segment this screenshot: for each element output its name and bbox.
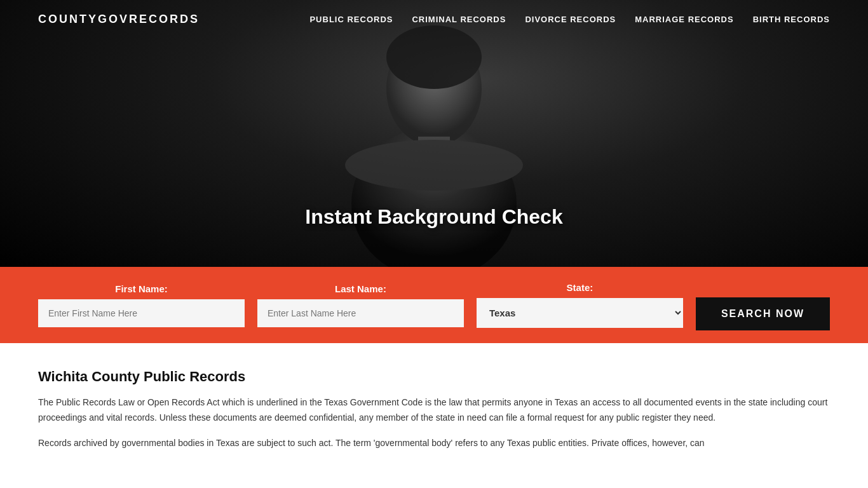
nav-public-records[interactable]: PUBLIC RECORDS xyxy=(309,15,393,24)
hero-section: Instant Background Check xyxy=(0,0,868,267)
first-name-field: First Name: xyxy=(38,283,245,327)
last-name-label: Last Name: xyxy=(257,283,464,294)
search-now-button[interactable]: SEARCH NOW xyxy=(696,297,830,330)
content-title: Wichita County Public Records xyxy=(38,369,830,385)
first-name-input[interactable] xyxy=(38,299,245,327)
search-bar: First Name: Last Name: State: Texas Alab… xyxy=(0,267,868,343)
nav-marriage-records[interactable]: MARRIAGE RECORDS xyxy=(635,15,733,24)
state-label: State: xyxy=(477,282,683,293)
svg-point-3 xyxy=(345,140,523,191)
site-logo[interactable]: COUNTYGOVRECORDS xyxy=(38,13,200,26)
last-name-input[interactable] xyxy=(257,299,464,327)
content-paragraph-2: Records archived by governmental bodies … xyxy=(38,436,830,451)
content-paragraph-1: The Public Records Law or Open Records A… xyxy=(38,395,830,426)
site-header: COUNTYGOVRECORDS PUBLIC RECORDS CRIMINAL… xyxy=(0,0,868,39)
first-name-label: First Name: xyxy=(38,283,245,294)
state-select[interactable]: Texas Alabama Alaska Arizona Arkansas Ca… xyxy=(477,298,683,328)
hero-title: Instant Background Check xyxy=(305,205,562,229)
content-section: Wichita County Public Records The Public… xyxy=(0,343,868,486)
state-field: State: Texas Alabama Alaska Arizona Arka… xyxy=(477,282,683,328)
main-nav: PUBLIC RECORDS CRIMINAL RECORDS DIVORCE … xyxy=(309,15,830,24)
last-name-field: Last Name: xyxy=(257,283,464,327)
nav-birth-records[interactable]: BIRTH RECORDS xyxy=(753,15,830,24)
nav-criminal-records[interactable]: CRIMINAL RECORDS xyxy=(412,15,506,24)
nav-divorce-records[interactable]: DIVORCE RECORDS xyxy=(525,15,616,24)
